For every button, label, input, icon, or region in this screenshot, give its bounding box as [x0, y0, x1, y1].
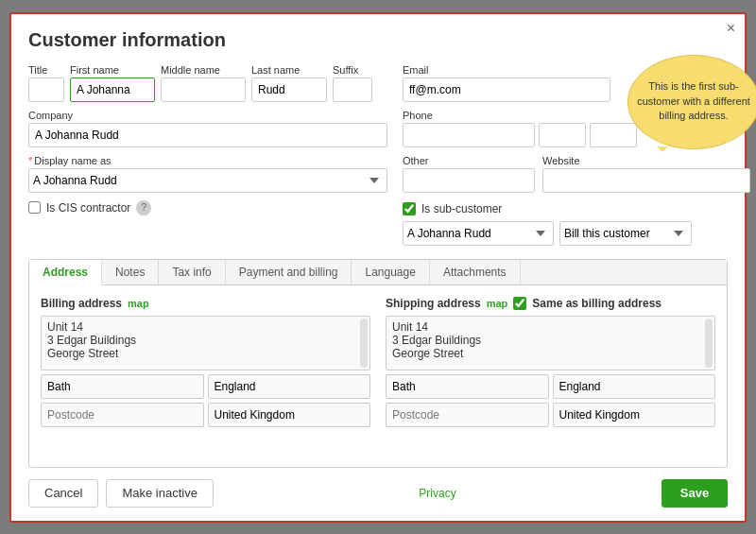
billing-address-column: Billing address map Unit 14 3 Edgar Buil…: [41, 297, 370, 431]
sub-customer-row: Is sub-customer: [403, 202, 750, 215]
other-input[interactable]: [403, 168, 535, 193]
modal-title: Customer information: [28, 29, 728, 51]
shipping-address-text: Unit 14 3 Edgar Buildings George Street: [392, 320, 709, 360]
tabs-header: Address Notes Tax info Payment and billi…: [29, 260, 727, 285]
title-field-group: Title: [28, 64, 64, 102]
footer-left: Cancel Make inactive: [28, 479, 214, 508]
cis-row: Is CIS contractor ?: [28, 200, 387, 215]
billing-address-text: Unit 14 3 Edgar Buildings George Street: [47, 320, 364, 360]
lastname-input[interactable]: [251, 78, 327, 102]
cis-contractor-label: Is CIS contractor: [46, 201, 130, 215]
shipping-map-link[interactable]: map: [487, 298, 508, 309]
sub-customer-name-select[interactable]: A Johanna Rudd: [403, 221, 554, 246]
tab-notes[interactable]: Notes: [102, 260, 159, 284]
phone-ext1-input[interactable]: [539, 123, 586, 147]
billing-map-link[interactable]: map: [128, 298, 149, 309]
title-label: Title: [28, 64, 64, 76]
company-input[interactable]: [28, 123, 387, 147]
billing-city-input[interactable]: [41, 374, 204, 399]
website-input[interactable]: [542, 168, 750, 193]
sub-customer-label: Is sub-customer: [421, 202, 502, 215]
tab-attachments[interactable]: Attachments: [430, 260, 521, 284]
suffix-input[interactable]: [333, 78, 372, 102]
title-input[interactable]: [28, 78, 64, 102]
tabs-content: Billing address map Unit 14 3 Edgar Buil…: [29, 285, 727, 442]
make-inactive-button[interactable]: Make inactive: [106, 479, 213, 508]
billing-postcode-country-row: [41, 403, 370, 427]
modal-overlay: × Customer information Title First name …: [0, 0, 756, 534]
billing-postcode-input[interactable]: [41, 403, 204, 427]
other-field-group: Other: [403, 155, 535, 193]
cancel-button[interactable]: Cancel: [28, 479, 98, 508]
tab-taxinfo[interactable]: Tax info: [159, 260, 225, 284]
tab-address[interactable]: Address: [29, 260, 102, 285]
shipping-address-column: Shipping address map Same as billing add…: [386, 297, 715, 431]
shipping-postcode-input[interactable]: [386, 403, 549, 427]
form-top-section: Title First name Middle name Last name: [28, 64, 728, 246]
close-button[interactable]: ×: [727, 20, 735, 37]
tab-payment-billing[interactable]: Payment and billing: [226, 260, 352, 284]
other-website-row: Other Website: [403, 155, 750, 193]
company-label: Company: [28, 110, 387, 121]
customer-info-modal: × Customer information Title First name …: [9, 12, 747, 523]
name-fields: Title First name Middle name Last name: [28, 64, 387, 246]
shipping-city-county-row: [386, 374, 715, 399]
billing-address-label: Billing address: [41, 297, 122, 310]
display-name-field-group: Display name as A Johanna Rudd: [28, 155, 387, 193]
lastname-label: Last name: [251, 64, 327, 76]
suffix-label: Suffix: [333, 64, 372, 76]
suffix-field-group: Suffix: [333, 64, 372, 102]
website-label: Website: [542, 155, 750, 166]
website-field-group: Website: [542, 155, 750, 193]
same-as-billing-checkbox[interactable]: [513, 297, 526, 310]
privacy-link[interactable]: Privacy: [214, 487, 662, 500]
middlename-label: Middle name: [161, 64, 246, 76]
name-row: Title First name Middle name Last name: [28, 64, 387, 102]
same-as-billing-group: Same as billing address: [513, 297, 662, 310]
shipping-address-label: Shipping address: [386, 297, 481, 310]
billing-city-county-row: [41, 374, 370, 399]
sub-customer-select-row: A Johanna Rudd Bill this customer: [403, 221, 750, 246]
middlename-input[interactable]: [161, 78, 246, 102]
tooltip-text: This is the first sub-customer with a di…: [636, 79, 751, 123]
modal-footer: Cancel Make inactive Privacy Save: [28, 479, 728, 508]
billing-scroll-bar: [360, 319, 368, 368]
cis-contractor-checkbox[interactable]: [28, 201, 41, 214]
tab-language[interactable]: Language: [352, 260, 429, 284]
middlename-field-group: Middle name: [161, 64, 246, 102]
billing-country-input[interactable]: [208, 403, 371, 427]
display-name-select[interactable]: A Johanna Rudd: [28, 168, 387, 193]
firstname-field-group: First name: [70, 64, 155, 102]
display-name-label: Display name as: [28, 155, 387, 166]
shipping-postcode-country-row: [386, 403, 715, 427]
billing-address-textarea[interactable]: Unit 14 3 Edgar Buildings George Street: [41, 316, 370, 370]
other-label: Other: [403, 155, 535, 166]
bill-option-select[interactable]: Bill this customer: [559, 221, 692, 246]
shipping-address-title: Shipping address map Same as billing add…: [386, 297, 715, 310]
tabs-section: Address Notes Tax info Payment and billi…: [28, 259, 728, 468]
firstname-label: First name: [70, 64, 155, 76]
right-section: This is the first sub-customer with a di…: [403, 64, 750, 246]
shipping-city-input[interactable]: [386, 374, 549, 399]
email-input[interactable]: [403, 78, 610, 102]
shipping-address-textarea[interactable]: Unit 14 3 Edgar Buildings George Street: [386, 316, 715, 370]
shipping-scroll-bar: [705, 319, 713, 368]
shipping-country-input[interactable]: [553, 403, 716, 427]
company-field-group: Company: [28, 110, 387, 147]
billing-address-title: Billing address map: [41, 297, 370, 310]
tooltip-bubble: This is the first sub-customer with a di…: [627, 55, 756, 149]
sub-customer-checkbox[interactable]: [403, 202, 416, 215]
phone-ext2-input[interactable]: [590, 123, 637, 147]
shipping-county-input[interactable]: [553, 374, 716, 399]
help-icon[interactable]: ?: [136, 200, 151, 215]
firstname-input[interactable]: [70, 78, 155, 102]
same-as-billing-label: Same as billing address: [532, 297, 662, 310]
billing-county-input[interactable]: [208, 374, 371, 399]
lastname-field-group: Last name: [251, 64, 327, 102]
phone-main-input[interactable]: [403, 123, 535, 147]
save-button[interactable]: Save: [662, 479, 728, 508]
